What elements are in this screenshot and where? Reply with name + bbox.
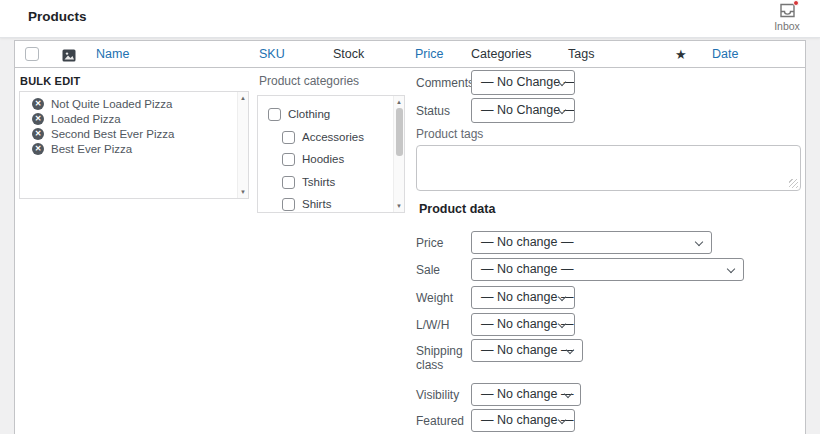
category-label: Accessories <box>302 131 364 143</box>
chevron-down-icon <box>695 238 703 246</box>
category-checkbox[interactable] <box>282 131 295 144</box>
column-header-tags: Tags <box>568 41 594 68</box>
resize-grip-icon[interactable] <box>789 179 798 188</box>
chevron-down-icon <box>727 265 735 273</box>
select-value: — No change — <box>481 262 573 276</box>
products-table: Name SKU Stock Price Categories Tags ★ D… <box>14 40 806 434</box>
shipping-class-select[interactable]: — No change — <box>471 339 583 362</box>
lwh-label: L/W/H <box>416 318 470 332</box>
page-title: Products <box>28 9 87 24</box>
top-bar: Products Inbox <box>0 0 820 38</box>
scroll-up-icon[interactable]: ▲ <box>238 93 248 103</box>
category-label: Tshirts <box>302 176 335 188</box>
sale-select[interactable]: — No change — <box>471 258 744 281</box>
notification-dot <box>793 0 799 6</box>
featured-label: Featured <box>416 414 470 428</box>
list-item: ✕ Best Ever Pizza <box>32 141 236 156</box>
list-item: ✕ Not Quite Loaded Pizza <box>32 96 236 111</box>
lwh-select[interactable]: — No change — <box>471 313 575 336</box>
category-label: Shirts <box>302 198 331 210</box>
shipping-class-label: Shipping class <box>416 344 470 372</box>
column-header-sku[interactable]: SKU <box>259 41 285 68</box>
comments-select[interactable]: — No Change — <box>471 70 575 95</box>
scroll-down-icon[interactable]: ▼ <box>238 187 248 197</box>
category-checkbox[interactable] <box>282 198 295 211</box>
list-item: ✕ Second Best Ever Pizza <box>32 126 236 141</box>
bulk-edit-product-list: ✕ Not Quite Loaded Pizza ✕ Loaded Pizza … <box>19 91 249 199</box>
category-checkbox[interactable] <box>282 153 295 166</box>
select-all-checkbox[interactable] <box>25 47 39 61</box>
price-select[interactable]: — No change — <box>471 231 712 254</box>
scroll-up-icon[interactable]: ▲ <box>394 97 404 107</box>
remove-icon[interactable]: ✕ <box>32 98 44 110</box>
scrollbar[interactable]: ▲ ▼ <box>237 92 248 198</box>
page: Products Inbox Name <box>0 0 820 434</box>
category-item: Shirts <box>282 196 331 212</box>
remove-icon[interactable]: ✕ <box>32 113 44 125</box>
product-name: Second Best Ever Pizza <box>51 128 174 140</box>
category-item: Hoodies <box>282 151 344 167</box>
column-header-date[interactable]: Date <box>712 41 738 68</box>
scroll-down-icon[interactable]: ▼ <box>394 201 404 211</box>
bulk-edit-fields: Comments — No Change — Status — No Chang… <box>416 68 807 434</box>
category-item: Tshirts <box>282 174 335 190</box>
price-label: Price <box>416 236 470 250</box>
product-name: Best Ever Pizza <box>51 143 132 155</box>
scroll-thumb[interactable] <box>396 108 403 156</box>
remove-icon[interactable]: ✕ <box>32 143 44 155</box>
product-categories-label: Product categories <box>259 74 359 88</box>
product-tags-label: Product tags <box>416 127 483 141</box>
remove-icon[interactable]: ✕ <box>32 128 44 140</box>
inbox-icon <box>779 3 796 18</box>
category-label: Hoodies <box>302 153 344 165</box>
weight-label: Weight <box>416 291 470 305</box>
image-icon <box>62 48 76 61</box>
star-icon: ★ <box>675 41 687 68</box>
status-select[interactable]: — No Change — <box>471 98 575 123</box>
category-item: Clothing <box>268 106 330 122</box>
column-header-categories: Categories <box>471 41 531 68</box>
bulk-edit-row: BULK EDIT ✕ Not Quite Loaded Pizza ✕ Loa… <box>15 68 805 434</box>
comments-label: Comments <box>416 76 470 90</box>
select-value: — No change — <box>481 235 573 249</box>
product-name: Not Quite Loaded Pizza <box>51 98 172 110</box>
featured-select[interactable]: — No change — <box>471 409 575 432</box>
category-label: Clothing <box>288 108 330 120</box>
bulk-edit-title: BULK EDIT <box>20 75 80 87</box>
column-header-stock: Stock <box>333 41 364 68</box>
weight-select[interactable]: — No change — <box>471 286 575 309</box>
product-data-heading: Product data <box>419 202 495 216</box>
category-item: Accessories <box>282 129 364 145</box>
sale-label: Sale <box>416 263 470 277</box>
select-value: — No change — <box>481 387 573 401</box>
status-label: Status <box>416 104 470 118</box>
list-item: ✕ Loaded Pizza <box>32 111 236 126</box>
visibility-select[interactable]: — No change — <box>471 383 581 406</box>
table-header-row: Name SKU Stock Price Categories Tags ★ D… <box>15 41 805 68</box>
column-header-price[interactable]: Price <box>415 41 443 68</box>
category-checkbox[interactable] <box>268 108 281 121</box>
inbox-label: Inbox <box>774 20 800 32</box>
scrollbar[interactable]: ▲ ▼ <box>393 96 404 212</box>
product-categories-panel: Clothing Accessories Hoodies Tshirts Shi… <box>257 95 405 213</box>
column-header-name[interactable]: Name <box>96 41 129 68</box>
product-name: Loaded Pizza <box>51 113 121 125</box>
visibility-label: Visibility <box>416 388 470 402</box>
product-list: ✕ Not Quite Loaded Pizza ✕ Loaded Pizza … <box>20 96 236 156</box>
inbox-button[interactable]: Inbox <box>766 3 808 32</box>
product-tags-textarea[interactable] <box>416 145 801 191</box>
select-value: — No change — <box>481 343 573 357</box>
category-checkbox[interactable] <box>282 176 295 189</box>
